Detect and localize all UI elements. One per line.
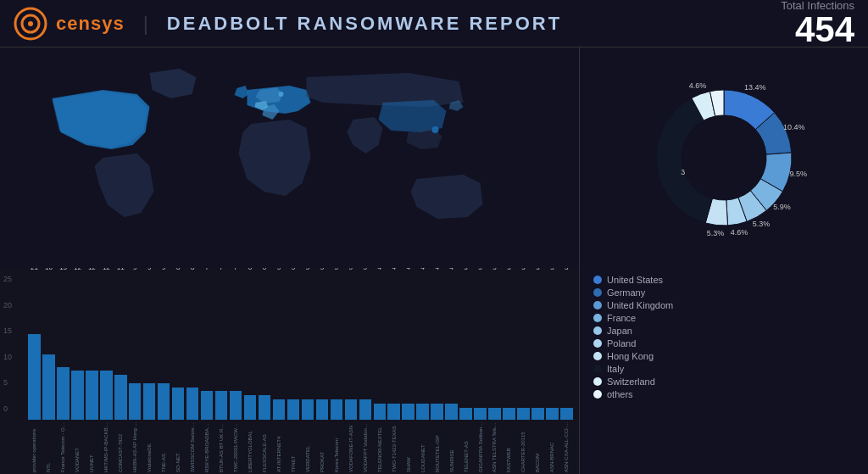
bar-value-label: 4 <box>435 268 438 271</box>
bar-group: 8SWISSCOM Switzerland Ltd <box>186 275 200 472</box>
bar <box>316 399 328 420</box>
legend: United StatesGermanyUnited KingdomFrance… <box>580 268 868 409</box>
bar-label: HKBN-AS AP Hong Kong <box>132 421 137 472</box>
y-label-5: 5 <box>3 378 12 387</box>
bar-group: 5VODAFPT Vodafone Portugal <box>358 275 372 472</box>
bar-value-label: 5 <box>335 268 338 271</box>
bar <box>331 399 342 420</box>
legend-color-dot <box>593 352 602 360</box>
bar-value-label: 9 <box>162 268 165 271</box>
bar <box>546 408 558 420</box>
bar <box>517 408 529 420</box>
bar-label: TNE-AS <box>161 421 166 472</box>
y-label-25: 25 <box>3 275 12 283</box>
bar <box>100 371 112 420</box>
y-label-10: 10 <box>3 353 12 361</box>
bar <box>459 408 471 420</box>
donut-label: 5.9% <box>773 203 791 211</box>
bar-group: 12HKT/MS-IP-BACKBONE <box>99 275 114 472</box>
donut-label: 5.3% <box>753 220 771 228</box>
legend-label: United Kingdom <box>607 300 673 310</box>
bar-value-label: 6 <box>263 268 266 271</box>
bar-value-label: 12 <box>74 268 81 271</box>
bar-label: TELENET-AS <box>464 421 469 472</box>
bar <box>71 371 83 420</box>
bar-label: TFNET <box>291 421 296 472</box>
bar <box>215 391 227 420</box>
total-value: 454 <box>781 12 854 47</box>
svg-point-4 <box>432 126 439 133</box>
bar-value-label: 4 <box>406 268 409 271</box>
right-panel: 13.4%10.4%9.5%5.9%5.3%4.6%5.3%4.6%37.7% … <box>580 47 868 474</box>
bar-chart-area: 25 20 15 10 5 0 21provider operations16N… <box>0 268 579 474</box>
bar-group: 12VODANET <box>70 275 85 472</box>
bar-label: VODAFPT Vodafone Portugal <box>363 421 368 472</box>
bar-group: 3GIGANFRA Softbank GB Corp <box>473 275 487 472</box>
bar <box>201 391 213 420</box>
bar-value-label: 12 <box>103 268 110 271</box>
bar <box>416 404 428 420</box>
donut-center <box>682 116 765 199</box>
bar-label: FLEXSCALE-AS <box>262 421 267 472</box>
bar-value-label: 4 <box>378 268 381 271</box>
bar <box>143 383 155 420</box>
legend-color-dot <box>593 276 602 284</box>
bar-value-label: 6 <box>248 268 252 271</box>
bar <box>186 388 198 420</box>
donut-container: 13.4%10.4%9.5%5.9%5.3%4.6%5.3%4.6%37.7% <box>639 73 809 243</box>
bar-value-label: 7 <box>205 268 209 271</box>
bar-value-label: 3 <box>492 268 496 271</box>
bar-group: 5TFNET <box>286 275 300 472</box>
donut-label: 13.4% <box>744 83 766 92</box>
bar-group: 4TWO-T1422-TEXAS <box>387 275 401 472</box>
bar-group: 9VodafoneDE <box>142 275 157 472</box>
bar-value-label: 3 <box>507 268 510 271</box>
legend-color-dot <box>593 288 602 297</box>
donut-svg: 13.4%10.4%9.5%5.9%5.3%4.6%5.3%4.6%37.7% <box>639 73 809 243</box>
bar <box>172 388 184 420</box>
legend-item: Poland <box>593 338 854 349</box>
bar <box>287 399 299 420</box>
bar-label: COMCAST-7922 <box>118 421 123 472</box>
bar <box>42 354 54 420</box>
svg-point-2 <box>28 21 33 26</box>
bar-value-label: 21 <box>31 268 38 271</box>
bar-chart-inner: 21provider operations16NTL13France Telec… <box>27 275 574 472</box>
bar-label: VODANET <box>75 421 80 472</box>
legend-color-dot <box>593 390 602 399</box>
bar-group: 3ASN-BRNAC <box>545 275 559 472</box>
bar-group: 4LOUDANET <box>415 275 430 472</box>
bar-value-label: 9 <box>133 268 136 271</box>
bar-group: 7RSKYE-BROADBAND AS <box>200 275 214 472</box>
bar-value-label: 12 <box>88 268 96 271</box>
bar-value-label: 3 <box>536 268 539 271</box>
legend-color-dot <box>593 314 602 322</box>
bar-label: VODAFONE-IT-ASN <box>348 421 353 472</box>
bar-group: 5AT-INTERNET4 <box>271 275 286 472</box>
bar-group: 16NTL <box>42 275 56 472</box>
bar-label: LIBERTYGLOBAL <box>248 421 253 472</box>
donut-label: 9.5% <box>790 170 808 178</box>
donut-label: 4.6% <box>689 81 707 90</box>
bar-value-label: 5 <box>364 268 367 271</box>
legend-item: Hong Kong <box>593 351 854 361</box>
header: censys | DEADBOLT RANSOMWARE REPORT Tota… <box>0 0 868 47</box>
bar-value-label: 4 <box>392 268 395 271</box>
legend-color-dot <box>593 365 602 373</box>
donut-label: 5.3% <box>707 229 725 237</box>
bar <box>158 383 170 420</box>
bar-value-label: 3 <box>565 268 568 271</box>
bar-label: TWC-20001-PACWEST <box>233 421 238 472</box>
legend-color-dot <box>593 377 602 386</box>
legend-label: United States <box>607 275 663 285</box>
bar <box>230 391 242 420</box>
bar <box>259 395 270 420</box>
bar-group: 12UUNET <box>85 275 99 472</box>
bar-group: 11COMCAST-7922 <box>114 275 128 472</box>
bar <box>503 408 515 420</box>
legend-item: Switzerland <box>593 376 854 387</box>
legend-label: Italy <box>607 364 624 374</box>
bar <box>57 367 69 420</box>
bar-group: 9HKBN-AS AP Hong Kong <box>128 275 142 472</box>
legend-color-dot <box>593 301 602 309</box>
